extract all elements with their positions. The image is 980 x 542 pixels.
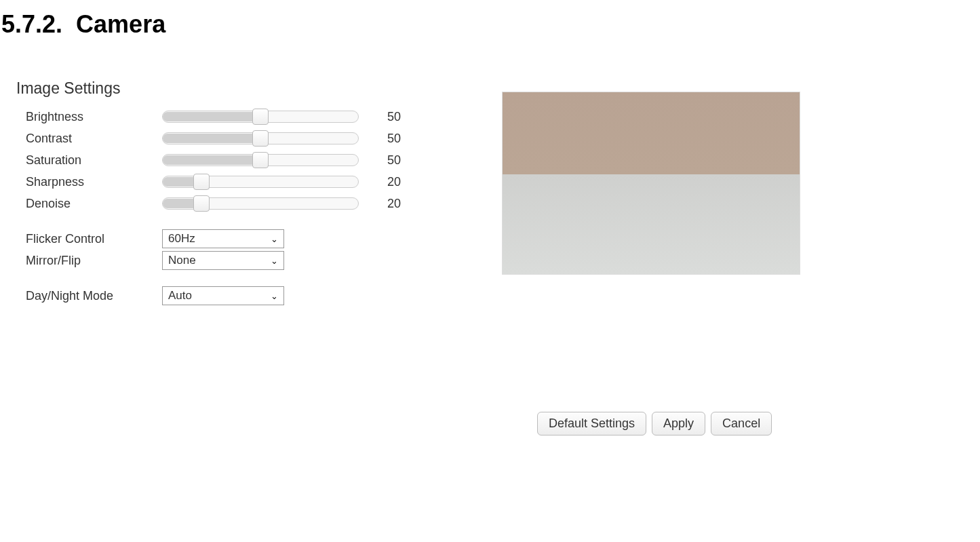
denoise-row: Denoise 20	[16, 193, 980, 214]
daynight-select[interactable]: Auto ⌄	[162, 286, 284, 305]
mirror-value: None	[168, 254, 196, 267]
daynight-label: Day/Night Mode	[16, 289, 162, 303]
settings-ui: Image Settings Brightness 50 Contrast 50…	[0, 79, 980, 307]
contrast-label: Contrast	[16, 132, 162, 146]
flicker-row: Flicker Control 60Hz ⌄	[16, 228, 980, 250]
chevron-down-icon: ⌄	[271, 256, 278, 266]
sharpness-row: Sharpness 20	[16, 171, 980, 193]
chevron-down-icon: ⌄	[271, 234, 278, 244]
brightness-slider[interactable]	[162, 109, 359, 124]
section-number: 5.7.2.	[1, 10, 62, 38]
mirror-label: Mirror/Flip	[16, 254, 162, 268]
action-buttons: Default Settings Apply Cancel	[537, 412, 772, 442]
sharpness-slider[interactable]	[162, 174, 359, 189]
flicker-value: 60Hz	[168, 232, 195, 246]
sharpness-value: 20	[359, 175, 406, 189]
daynight-value: Auto	[168, 289, 192, 303]
saturation-slider[interactable]	[162, 153, 359, 168]
mirror-select[interactable]: None ⌄	[162, 251, 284, 270]
apply-button[interactable]: Apply	[652, 412, 705, 435]
flicker-label: Flicker Control	[16, 232, 162, 246]
brightness-label: Brightness	[16, 110, 162, 124]
default-settings-button[interactable]: Default Settings	[537, 412, 646, 435]
section-heading: 5.7.2.Camera	[0, 10, 980, 39]
chevron-down-icon: ⌄	[271, 291, 278, 301]
camera-preview-image	[502, 92, 800, 275]
saturation-label: Saturation	[16, 153, 162, 168]
brightness-row: Brightness 50	[16, 106, 980, 128]
saturation-value: 50	[359, 153, 406, 168]
cancel-button[interactable]: Cancel	[711, 412, 772, 435]
contrast-row: Contrast 50	[16, 128, 980, 149]
brightness-value: 50	[359, 110, 406, 124]
denoise-slider[interactable]	[162, 196, 359, 211]
flicker-select[interactable]: 60Hz ⌄	[162, 229, 284, 248]
panel-title: Image Settings	[16, 79, 980, 98]
mirror-row: Mirror/Flip None ⌄	[16, 250, 980, 271]
denoise-value: 20	[359, 197, 406, 211]
settings-list: Brightness 50 Contrast 50 Saturation 50 …	[16, 106, 980, 307]
contrast-value: 50	[359, 132, 406, 146]
denoise-label: Denoise	[16, 197, 162, 211]
contrast-slider[interactable]	[162, 131, 359, 146]
sharpness-label: Sharpness	[16, 175, 162, 189]
daynight-row: Day/Night Mode Auto ⌄	[16, 285, 980, 307]
section-title: Camera	[76, 10, 165, 38]
saturation-row: Saturation 50	[16, 149, 980, 171]
